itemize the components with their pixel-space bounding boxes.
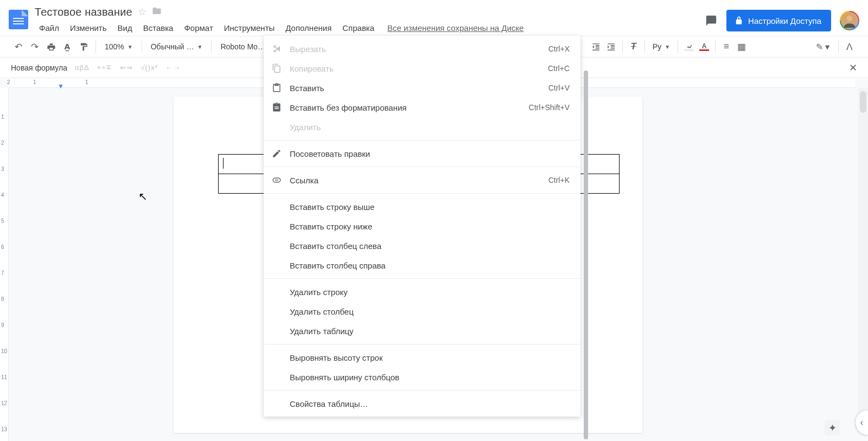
ctx-item-label: Удалить столбец [290, 307, 570, 316]
ctx-item-label: Посоветовать правки [290, 149, 570, 158]
border-style-button[interactable]: ≡ [719, 39, 734, 54]
ctx-item: ВырезатьCtrl+X [264, 39, 580, 59]
close-equation-bar-button[interactable]: ✕ [849, 62, 857, 74]
styles-select[interactable]: Обычный …▼ [146, 39, 207, 54]
eq-arrows[interactable]: ⇐⇒ [120, 63, 133, 72]
ctx-item-shortcut: Ctrl+V [548, 84, 570, 92]
ctx-item: КопироватьCtrl+C [264, 59, 580, 78]
ctx-item[interactable]: Вставить строку выше [264, 197, 580, 216]
scrollbar[interactable] [858, 88, 868, 432]
zoom-select[interactable]: 100%▼ [100, 39, 137, 54]
ctx-item-label: Вставить строку ниже [290, 222, 570, 231]
cut-icon [271, 43, 282, 54]
context-menu: ВырезатьCtrl+XКопироватьCtrl+CВставитьCt… [264, 36, 580, 417]
ctx-item-label: Копировать [290, 64, 540, 73]
link-icon [271, 175, 282, 186]
clear-format-button[interactable]: T [626, 39, 641, 54]
eq-radical[interactable]: √()x² [141, 63, 158, 72]
ctx-item[interactable]: СсылкаCtrl+K [264, 170, 580, 190]
ctx-item-label: Вставить столбец справа [290, 261, 570, 270]
cursor-icon: ↖ [138, 190, 148, 203]
ctx-item[interactable]: Выровнять ширину столбцов [264, 367, 580, 387]
ctx-item-label: Ссылка [290, 176, 541, 185]
explore-button[interactable]: ✦ [825, 420, 840, 436]
input-tools-select[interactable]: Ру▼ [648, 39, 674, 54]
ctx-item-label: Вставить столбец слева [290, 241, 570, 251]
text-color-button[interactable]: A [697, 39, 712, 54]
lock-icon [734, 16, 744, 25]
account-avatar[interactable] [840, 11, 859, 30]
ctx-item-shortcut: Ctrl+X [548, 44, 570, 53]
app-header: Тестовое название ☆ Файл Изменить Вид Вс… [0, 0, 868, 36]
ctx-item-label: Удалить [290, 123, 570, 132]
print-button[interactable] [43, 39, 59, 54]
ctx-item[interactable]: Вставить столбец справа [264, 255, 580, 275]
ctx-item[interactable]: Выровнять высоту строк [264, 348, 580, 367]
border-dash-button[interactable]: ▦ [734, 39, 749, 54]
redo-button[interactable]: ↷ [27, 39, 42, 54]
eq-greek[interactable]: αβΔ [75, 63, 90, 72]
collapse-toolbar-button[interactable]: ᐱ [842, 39, 857, 54]
menu-format[interactable]: Формат [180, 21, 217, 35]
eq-operators[interactable]: ×÷∓ [97, 63, 113, 72]
equation-label[interactable]: Новая формула [11, 63, 67, 72]
indent-decrease-button[interactable] [589, 39, 604, 54]
ctx-item-label: Выровнять ширину столбцов [290, 373, 570, 382]
ctx-item[interactable]: ВставитьCtrl+V [264, 78, 580, 98]
paste-plain-icon [271, 102, 282, 113]
ctx-item[interactable]: Удалить столбец [264, 302, 580, 321]
menu-insert[interactable]: Вставка [139, 21, 178, 35]
ctx-item-label: Удалить строку [290, 287, 570, 297]
menu-file[interactable]: Файл [35, 21, 63, 35]
ctx-item-label: Свойства таблицы… [290, 399, 570, 408]
save-status[interactable]: Все изменения сохранены на Диске [387, 23, 524, 33]
share-button[interactable]: Настройки Доступа [726, 10, 831, 31]
ctx-item-label: Вставить [290, 84, 541, 93]
ctx-item[interactable]: Вставить без форматированияCtrl+Shift+V [264, 98, 580, 117]
paint-format-button[interactable] [76, 39, 91, 54]
share-label: Настройки Доступа [748, 16, 821, 25]
ctx-item-shortcut: Ctrl+K [548, 176, 570, 184]
highlight-color-button[interactable] [681, 39, 697, 54]
context-menu-scrollbar[interactable] [584, 71, 588, 439]
ctx-item-label: Выровнять высоту строк [290, 353, 570, 362]
menu-tools[interactable]: Инструменты [220, 21, 279, 35]
ctx-item-shortcut: Ctrl+Shift+V [529, 103, 570, 112]
docs-logo[interactable] [7, 8, 30, 31]
menu-view[interactable]: Вид [113, 21, 137, 35]
ctx-item-label: Вставить без форматирования [290, 103, 521, 112]
doc-title[interactable]: Тестовое название [35, 6, 132, 18]
menu-bar: Файл Изменить Вид Вставка Формат Инструм… [35, 20, 705, 36]
comments-icon[interactable] [705, 14, 718, 27]
ctx-item[interactable]: Удалить строку [264, 282, 580, 302]
ctx-item-label: Вырезать [290, 44, 541, 54]
ctx-item-label: Вставить строку выше [290, 202, 570, 212]
ctx-item[interactable]: Удалить таблицу [264, 321, 580, 341]
ctx-item-shortcut: Ctrl+C [548, 64, 570, 73]
folder-icon[interactable] [152, 6, 162, 18]
copy-icon [271, 63, 282, 74]
ctx-item[interactable]: Вставить строку ниже [264, 216, 580, 236]
menu-help[interactable]: Справка [338, 21, 379, 35]
ctx-item: Удалить [264, 117, 580, 137]
ctx-item[interactable]: Посоветовать правки [264, 144, 580, 163]
undo-button[interactable]: ↶ [11, 39, 26, 54]
spellcheck-button[interactable]: A̲ [60, 39, 75, 54]
ctx-item[interactable]: Свойства таблицы… [264, 394, 580, 413]
ctx-item[interactable]: Вставить столбец слева [264, 236, 580, 255]
eq-arrows2[interactable]: ←→ [165, 63, 181, 72]
editing-mode-select[interactable]: ✎ ▾ [810, 39, 835, 54]
paste-icon [271, 82, 282, 93]
ctx-item-label: Удалить таблицу [290, 327, 570, 336]
menu-edit[interactable]: Изменить [66, 21, 111, 35]
vertical-ruler[interactable]: 12345678910111213 [0, 88, 9, 441]
suggest-icon [271, 148, 282, 159]
indent-increase-button[interactable] [604, 39, 619, 54]
menu-addons[interactable]: Дополнения [281, 21, 336, 35]
star-icon[interactable]: ☆ [138, 6, 146, 18]
